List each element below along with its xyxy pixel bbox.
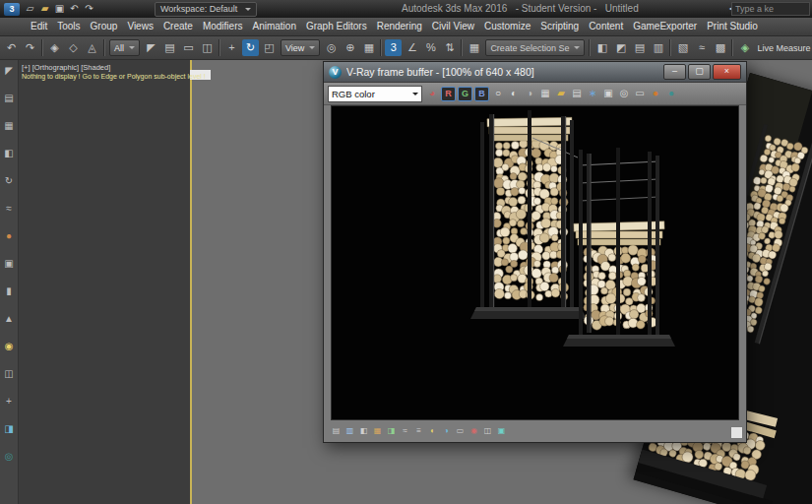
live-measure-icon[interactable]: ◈: [736, 39, 753, 56]
menu-item[interactable]: Modifiers: [198, 18, 248, 35]
redo-icon[interactable]: ↷: [22, 39, 38, 56]
vfb-title-bar[interactable]: V V-Ray frame buffer - [100% of 640 x 48…: [324, 62, 746, 83]
cone-tool-icon[interactable]: ▲: [2, 312, 16, 326]
camera-tool-icon[interactable]: ◫: [2, 367, 16, 381]
select-and-link-icon[interactable]: ◈: [46, 39, 63, 56]
kbd-override-icon[interactable]: ▦: [360, 39, 377, 56]
save-file-icon[interactable]: ▣: [52, 2, 67, 16]
channel-dropdown[interactable]: RGB color: [328, 86, 422, 102]
menu-item[interactable]: GameExporter: [628, 18, 702, 35]
follow-mouse-icon[interactable]: ◎: [616, 86, 632, 101]
window-crossing-icon[interactable]: ◫: [199, 39, 216, 56]
menu-item[interactable]: Animation: [247, 18, 300, 35]
3dsmax-logo-icon[interactable]: 3: [4, 3, 20, 16]
edit-named-selections-icon[interactable]: ▦: [466, 39, 482, 56]
close-button[interactable]: ×: [713, 64, 741, 80]
menu-item[interactable]: Views: [122, 18, 158, 35]
mirror-tool-icon[interactable]: ◧: [2, 147, 16, 160]
print-image-icon[interactable]: ▤: [569, 86, 585, 101]
curve-editor-icon[interactable]: ≈: [693, 39, 710, 56]
show-history-icon[interactable]: ▥: [344, 425, 355, 437]
viewport-label[interactable]: [+] [Orthographic] [Shaded]: [22, 63, 110, 72]
menu-item[interactable]: Tools: [52, 18, 85, 35]
reference-coordinate-dropdown[interactable]: View: [281, 39, 320, 56]
paint-tool-icon[interactable]: ◨: [2, 422, 16, 436]
spinner-snap-icon[interactable]: ⇅: [441, 39, 458, 56]
menu-item[interactable]: Group: [86, 18, 123, 35]
green-channel-button[interactable]: G: [458, 87, 472, 101]
vray-settings-icon[interactable]: ●: [663, 86, 679, 101]
utility-tool-icon[interactable]: ◎: [2, 450, 16, 464]
invert-colors-icon[interactable]: ◑: [522, 86, 537, 101]
orthographic-viewport[interactable]: [18, 59, 190, 504]
region-render-icon[interactable]: ▭: [632, 86, 648, 101]
sphere-tool-icon[interactable]: ●: [2, 229, 16, 243]
select-manipulate-icon[interactable]: ⊕: [342, 39, 358, 56]
white-balance-icon[interactable]: ◑: [441, 425, 452, 437]
use-center-icon[interactable]: ◎: [323, 39, 340, 56]
ab-compare-icon[interactable]: ◧: [358, 425, 369, 437]
select-tool-icon[interactable]: ◤: [2, 64, 16, 78]
scene-explorer-icon[interactable]: ▤: [631, 39, 648, 56]
layers-tool-icon[interactable]: ▤: [2, 92, 16, 105]
force-color-clamping-icon[interactable]: ◕: [424, 86, 440, 101]
light-tool-icon[interactable]: ◉: [2, 340, 16, 353]
select-rotate-icon[interactable]: ↻: [242, 39, 259, 56]
cylinder-tool-icon[interactable]: ▮: [2, 284, 16, 298]
curve-tool-icon[interactable]: ≈: [2, 202, 16, 216]
pixel-info-icon[interactable]: ◉: [468, 425, 479, 437]
vray-frame-buffer-window[interactable]: V V-Ray frame buffer - [100% of 640 x 48…: [323, 61, 747, 443]
bind-to-spacewarp-icon[interactable]: ◬: [84, 39, 100, 56]
select-by-name-icon[interactable]: ▤: [161, 39, 178, 56]
layer-explorer-icon[interactable]: ▥: [650, 39, 666, 56]
levels-icon[interactable]: ≡: [413, 425, 424, 437]
minimize-button[interactable]: –: [663, 64, 686, 80]
blue-channel-button[interactable]: B: [474, 87, 489, 101]
save-all-channels-icon[interactable]: ▤: [331, 425, 342, 437]
rect-region-icon[interactable]: ▭: [180, 39, 197, 56]
select-object-icon[interactable]: ◤: [143, 39, 159, 56]
menu-item[interactable]: Create: [158, 18, 198, 35]
selection-filter-dropdown[interactable]: All: [109, 39, 140, 56]
monochrome-button[interactable]: ◐: [506, 86, 522, 101]
browse-images-icon[interactable]: ▰: [553, 86, 569, 101]
clear-image-icon[interactable]: ∗: [585, 86, 600, 101]
maximize-button[interactable]: ▢: [688, 64, 711, 80]
snap-toggle-3d[interactable]: 3: [385, 39, 402, 56]
keyword-search-input[interactable]: Type a ke: [731, 2, 810, 16]
duplicate-buffer-icon[interactable]: ▣: [600, 86, 616, 101]
curves-icon[interactable]: ≈: [400, 425, 410, 437]
menu-item[interactable]: Civil View: [427, 18, 479, 35]
resize-grip[interactable]: [730, 426, 743, 439]
align-icon[interactable]: ◩: [612, 39, 629, 56]
stereo-icon[interactable]: ◫: [482, 425, 493, 437]
open-file-icon[interactable]: ▰: [37, 2, 52, 16]
angle-snap-icon[interactable]: ∠: [404, 39, 420, 56]
named-selection-sets-dropdown[interactable]: Create Selection Se: [485, 39, 585, 56]
schematic-view-icon[interactable]: ▩: [712, 39, 728, 56]
red-channel-button[interactable]: R: [441, 87, 456, 101]
select-move-icon[interactable]: +: [223, 39, 240, 56]
menu-item[interactable]: Rendering: [372, 18, 427, 35]
color-correction-icon[interactable]: ◨: [386, 425, 397, 437]
alpha-channel-button[interactable]: ○: [490, 86, 506, 101]
render-canvas[interactable]: [331, 105, 739, 420]
menu-item[interactable]: Print Studio: [702, 18, 763, 35]
menu-item[interactable]: Edit: [26, 18, 52, 35]
mirror-icon[interactable]: ◧: [593, 39, 610, 56]
background-image-icon[interactable]: ▭: [455, 425, 466, 437]
qat-undo-icon[interactable]: ↶: [67, 2, 82, 16]
render-last-icon[interactable]: ●: [648, 86, 663, 101]
box-tool-icon[interactable]: ▣: [2, 257, 16, 271]
unlink-selection-icon[interactable]: ◇: [65, 39, 82, 56]
menu-item[interactable]: Content: [584, 18, 628, 35]
menu-item[interactable]: Customize: [479, 18, 535, 35]
select-scale-icon[interactable]: ◰: [261, 39, 278, 56]
exposure-icon[interactable]: ◐: [427, 425, 438, 437]
title-bar[interactable]: 3 ▱▰▣↶↷ Workspace: Default Autodesk 3ds …: [0, 0, 812, 18]
grid-tool-icon[interactable]: ▦: [2, 119, 16, 133]
ribbon-toggle-icon[interactable]: ▧: [674, 39, 691, 56]
percent-snap-icon[interactable]: %: [422, 39, 439, 56]
test-resolution-icon[interactable]: ▣: [496, 425, 507, 437]
qat-redo-icon[interactable]: ↷: [82, 2, 96, 16]
